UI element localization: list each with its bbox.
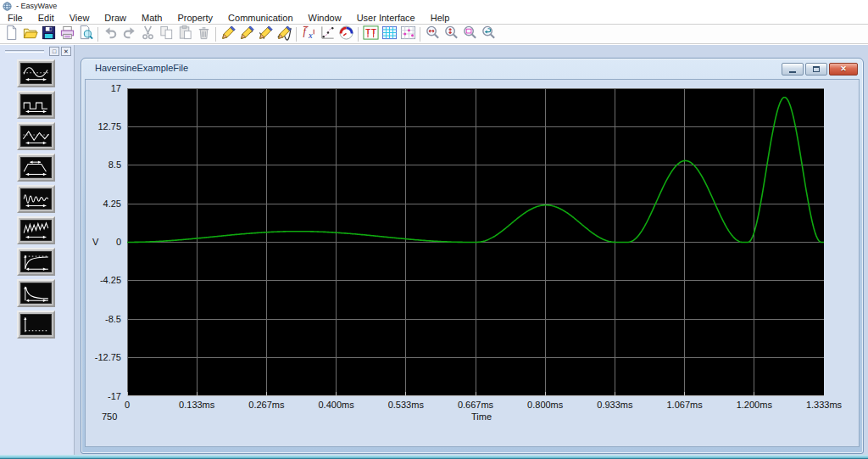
mdi-area: HaversineExampleFile ✕ V 1712.758.54.250… — [75, 45, 868, 455]
minimize-icon — [789, 70, 796, 73]
menu-help[interactable]: Help — [423, 12, 458, 24]
redo-button[interactable] — [120, 25, 138, 43]
delete-button[interactable] — [194, 25, 213, 43]
toolbar-separator — [420, 27, 420, 42]
x-axis-title: Time — [471, 411, 492, 422]
cut-icon — [140, 25, 156, 43]
sine-wave-button[interactable] — [17, 59, 55, 87]
x-tick-label: 0.533ms — [388, 400, 424, 410]
square-wave-button[interactable] — [17, 91, 55, 119]
copy-button[interactable] — [157, 25, 175, 43]
print-preview-button[interactable] — [76, 25, 95, 43]
dc-wave-button[interactable] — [17, 311, 55, 339]
menu-math[interactable]: Math — [134, 12, 170, 24]
print-button[interactable] — [58, 25, 76, 43]
x-tick-label: 0.133ms — [179, 400, 214, 410]
zoom-vertical-icon — [443, 25, 459, 43]
edit-points-button[interactable] — [398, 25, 417, 43]
app-title: - EasyWave — [16, 2, 57, 10]
close-button[interactable]: ✕ — [829, 63, 858, 76]
dc-wave-icon — [20, 314, 52, 335]
x-tick-label: 1.333ms — [806, 400, 842, 410]
arbitrary-wave-button[interactable] — [17, 185, 55, 213]
equation-fx-icon: fx — [301, 25, 317, 43]
menu-edit[interactable]: Edit — [31, 12, 62, 24]
minimize-button[interactable] — [782, 63, 804, 76]
palette-restore-button[interactable]: □ — [49, 47, 59, 56]
delete-icon — [196, 25, 212, 43]
pencil-freehand-button[interactable] — [219, 25, 237, 43]
show-grid-icon — [381, 25, 398, 43]
open-button[interactable] — [20, 25, 39, 43]
square-wave-icon — [20, 94, 52, 115]
document-title: HaversineExampleFile — [95, 63, 188, 73]
exp-decay-wave-icon — [20, 283, 52, 304]
document-titlebar[interactable]: HaversineExampleFile ✕ — [81, 59, 863, 79]
zoom-vertical-button[interactable] — [442, 25, 460, 43]
save-icon — [41, 25, 57, 43]
x-tick-label: 0.800ms — [527, 400, 563, 410]
send-to-device-icon — [338, 25, 354, 43]
x-tick-label: 0.933ms — [597, 400, 632, 410]
sine-wave-icon — [20, 63, 52, 84]
noise-wave-icon — [20, 220, 52, 241]
menu-user-interface[interactable]: User Interface — [349, 12, 423, 24]
new-button[interactable] — [2, 25, 20, 43]
x-tick-label: 1.067ms — [666, 400, 702, 410]
waveform-plot[interactable] — [127, 88, 824, 396]
edit-points-icon — [400, 25, 416, 43]
menu-communication[interactable]: Communication — [220, 12, 300, 24]
paste-button[interactable] — [175, 25, 194, 43]
send-to-device-button[interactable] — [337, 25, 355, 43]
trapezoid-wave-icon — [20, 157, 52, 178]
zoom-horizontal-button[interactable] — [423, 25, 442, 43]
pencil-polyline-icon — [258, 25, 274, 43]
document-client: V 1712.758.54.250-4.25-8.5-12.75-17 00.1… — [85, 79, 860, 447]
palette-button-list — [0, 59, 74, 339]
trapezoid-wave-button[interactable] — [17, 154, 55, 182]
toolbar-separator — [358, 27, 359, 42]
menu-bar: FileEditViewDrawMathPropertyCommunicatio… — [0, 12, 868, 25]
pencil-smooth-icon — [276, 25, 292, 43]
y-tick-label: 0 — [86, 237, 121, 247]
equation-fx-button[interactable]: fx — [299, 25, 318, 43]
y-tick-label: 4.25 — [86, 199, 121, 209]
x-tick-label: 0.667ms — [458, 400, 493, 410]
menu-property[interactable]: Property — [170, 12, 221, 24]
undo-button[interactable] — [101, 25, 120, 43]
menu-file[interactable]: File — [0, 12, 31, 24]
toolbar-separator — [296, 27, 297, 42]
noise-wave-button[interactable] — [17, 216, 55, 244]
markers-button[interactable]: TT — [361, 25, 380, 43]
document-window-buttons: ✕ — [782, 63, 858, 76]
window-bottom-edge — [0, 455, 868, 459]
palette-close-button[interactable]: ✕ — [61, 47, 71, 56]
zoom-previous-button[interactable] — [479, 25, 498, 43]
exp-decay-wave-button[interactable] — [17, 279, 55, 307]
pencil-line-button[interactable] — [237, 25, 256, 43]
menu-view[interactable]: View — [62, 12, 97, 24]
toolbar-separator — [97, 27, 98, 42]
pencil-smooth-button[interactable] — [275, 25, 293, 43]
paste-icon — [177, 25, 193, 43]
new-icon — [3, 25, 19, 43]
palette-grip[interactable] — [5, 50, 44, 53]
menu-window[interactable]: Window — [301, 12, 349, 24]
save-button[interactable] — [39, 25, 58, 43]
triangle-wave-button[interactable] — [17, 122, 55, 150]
svg-text:x: x — [308, 31, 313, 40]
toolbar: fxTT — [0, 25, 868, 44]
cut-button[interactable] — [138, 25, 157, 43]
x-tick-label: 0 — [125, 400, 130, 410]
restore-button[interactable] — [805, 63, 827, 76]
pencil-polyline-button[interactable] — [256, 25, 275, 43]
sample-count: 750 — [102, 411, 117, 422]
exp-rise-wave-button[interactable] — [17, 248, 55, 276]
y-tick-label: -8.5 — [86, 314, 121, 324]
menu-draw[interactable]: Draw — [97, 12, 134, 24]
x-tick-label: 0.400ms — [318, 400, 353, 410]
zoom-region-button[interactable] — [460, 25, 479, 43]
zoom-horizontal-icon — [425, 25, 441, 43]
interpolate-points-button[interactable] — [318, 25, 337, 43]
show-grid-button[interactable] — [380, 25, 398, 43]
